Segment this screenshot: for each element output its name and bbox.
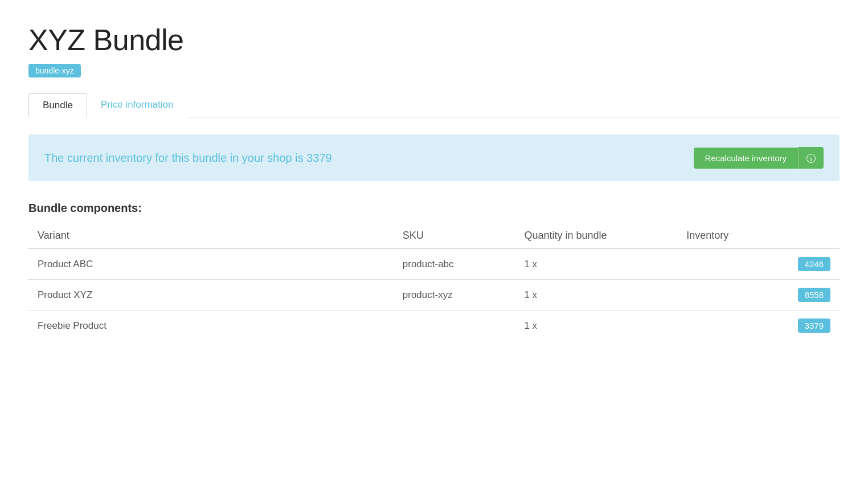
table-cell-variant: Product XYZ (28, 280, 394, 311)
table-cell-sku (394, 311, 515, 341)
table-cell-variant: Product ABC (28, 249, 394, 280)
table-cell-inventory: 8558 (677, 280, 840, 311)
recalculate-inventory-button[interactable]: Recalculate inventory (694, 148, 798, 169)
page-container: XYZ Bundle bundle-xyz Bundle Price infor… (0, 0, 868, 364)
inventory-value-badge: 3379 (798, 318, 830, 333)
bundle-components-table: Variant SKU Quantity in bundle Inventory… (28, 223, 840, 341)
table-cell-sku: product-abc (394, 249, 515, 280)
inventory-info-button[interactable]: i (798, 147, 824, 169)
bundle-components-title: Bundle components: (28, 202, 840, 215)
info-circle-icon: i (806, 154, 816, 163)
table-cell-quantity: 1 x (515, 311, 677, 341)
table-cell-inventory: 3379 (677, 311, 840, 341)
tab-price-information[interactable]: Price information (87, 93, 187, 117)
inventory-value-badge: 4246 (798, 257, 830, 271)
table-row: Product XYZproduct-xyz1 x8558 (28, 280, 840, 311)
tab-bundle[interactable]: Bundle (28, 93, 87, 117)
banner-actions: Recalculate inventory i (694, 147, 824, 169)
bundle-badge: bundle-xyz (28, 64, 81, 77)
tabs: Bundle Price information (28, 93, 840, 117)
table-header-variant: Variant (28, 223, 394, 249)
table-header-quantity: Quantity in bundle (515, 223, 677, 249)
table-cell-sku: product-xyz (394, 280, 515, 311)
table-cell-variant: Freebie Product (28, 311, 394, 341)
inventory-banner: The current inventory for this bundle in… (28, 134, 840, 181)
inventory-value-badge: 8558 (798, 288, 830, 302)
table-row: Freebie Product1 x3379 (28, 311, 840, 341)
inventory-banner-text: The current inventory for this bundle in… (44, 152, 332, 165)
table-header-inventory: Inventory (677, 223, 840, 249)
table-cell-quantity: 1 x (515, 280, 677, 311)
page-title: XYZ Bundle (28, 23, 840, 57)
table-header-sku: SKU (394, 223, 515, 249)
table-cell-inventory: 4246 (677, 249, 840, 280)
svg-text:i: i (810, 156, 812, 162)
table-row: Product ABCproduct-abc1 x4246 (28, 249, 840, 280)
table-cell-quantity: 1 x (515, 249, 677, 280)
